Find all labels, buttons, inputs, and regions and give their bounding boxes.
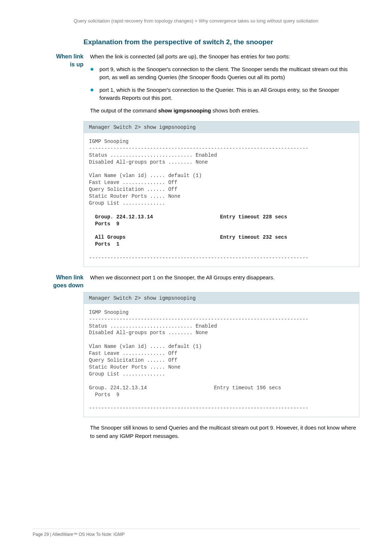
side-label-empty <box>33 424 90 444</box>
bullet-icon: ● <box>90 65 99 82</box>
side-label-line2: goes down <box>53 282 83 288</box>
side-label-line1: When link <box>56 274 83 280</box>
code-line: Vlan Name (vlan id) ..... default (1) <box>89 344 202 349</box>
code-line: ----------------------------------------… <box>89 405 309 411</box>
code-line: ----------------------------------------… <box>89 316 309 322</box>
code-line: Fast Leave .............. Off <box>89 350 177 356</box>
side-label-when-link-up: When link is up <box>33 53 90 119</box>
breadcrumb: Query solicitation (rapid recovery from … <box>33 18 359 24</box>
code-line-bold: Group. 224.12.13.14 Entry timeout 228 se… <box>89 214 287 220</box>
side-label-line2: is up <box>70 61 83 67</box>
code-line: Vlan Name (vlan id) ..... default (1) <box>89 173 202 178</box>
bullet-item-2: ● port 1, which is the Snooper's connect… <box>90 86 359 102</box>
code-block-1: Manager Switch 2> show igmpsnooping IGMP… <box>83 121 359 267</box>
code-line: ----------------------------------------… <box>89 145 309 151</box>
code-line: Disabled All-groups ports ........ None <box>89 330 208 336</box>
code-header-2: Manager Switch 2> show igmpsnooping <box>84 292 359 304</box>
code-line-bold: All Groups Entry timeout 232 secs <box>89 234 287 240</box>
code-line: Group List .............. <box>89 200 165 206</box>
bullet-item-1: ● port 9, which is the Snooper's connect… <box>90 65 359 82</box>
side-label-line1: When link <box>56 53 83 59</box>
breadcrumb-sep: > <box>193 18 199 24</box>
code-line: IGMP Snooping <box>89 139 128 144</box>
section-title: Explanation from the perspective of swit… <box>83 38 359 46</box>
outro-text: The output of the command show igmpsnoop… <box>90 107 359 115</box>
code-line: Static Router Ports ..... None <box>89 193 180 199</box>
intro-text: When the link is connected (all ports ar… <box>90 53 359 61</box>
code-line: ----------------------------------------… <box>89 255 309 261</box>
outro-cmd: show igmpsnooping <box>158 107 211 114</box>
code-block-2: Manager Switch 2> show igmpsnooping IGMP… <box>83 292 359 417</box>
closing-text: The Snooper still knows to send Queries … <box>90 424 359 440</box>
page-footer: Page 29 | AlliedWare™ OS How To Note: IG… <box>33 529 359 537</box>
code-line-bold: Ports 9 <box>89 221 119 227</box>
outro-post: shows both entries. <box>211 107 259 114</box>
when-link-down-text: When we disconnect port 1 on the Snooper… <box>90 274 359 282</box>
side-label-when-link-down: When link goes down <box>33 274 90 290</box>
bullet-text-1: port 9, which is the Snooper's connectio… <box>99 65 359 82</box>
code-header-1: Manager Switch 2> show igmpsnooping <box>84 122 359 133</box>
code-line: IGMP Snooping <box>89 309 128 315</box>
bullet-text-2: port 1, which is the Snooper's connectio… <box>99 86 359 102</box>
code-line: Query Solicitation ...... Off <box>89 186 177 192</box>
code-line: Disabled All-groups ports ........ None <box>89 159 208 165</box>
code-line: Query Solicitation ...... Off <box>89 357 177 363</box>
breadcrumb-right: Why convergence takes so long without qu… <box>199 18 318 24</box>
code-body-1: IGMP Snooping --------------------------… <box>84 133 359 267</box>
code-line: Ports 9 <box>89 392 119 398</box>
outro-pre: The output of the command <box>90 107 158 114</box>
code-line-bold: Ports 1 <box>89 241 119 247</box>
code-line: Status ........................... Enabl… <box>89 323 217 329</box>
breadcrumb-left: Query solicitation (rapid recovery from … <box>74 18 193 24</box>
code-line: Static Router Ports ..... None <box>89 364 180 370</box>
bullet-icon: ● <box>90 86 99 102</box>
code-line: Group. 224.12.13.14 Entry timeout 196 se… <box>89 385 281 391</box>
code-body-2: IGMP Snooping --------------------------… <box>84 304 359 417</box>
code-line: Group List .............. <box>89 371 165 377</box>
code-line: Fast Leave .............. Off <box>89 180 177 185</box>
code-line: Status ........................... Enabl… <box>89 152 217 158</box>
